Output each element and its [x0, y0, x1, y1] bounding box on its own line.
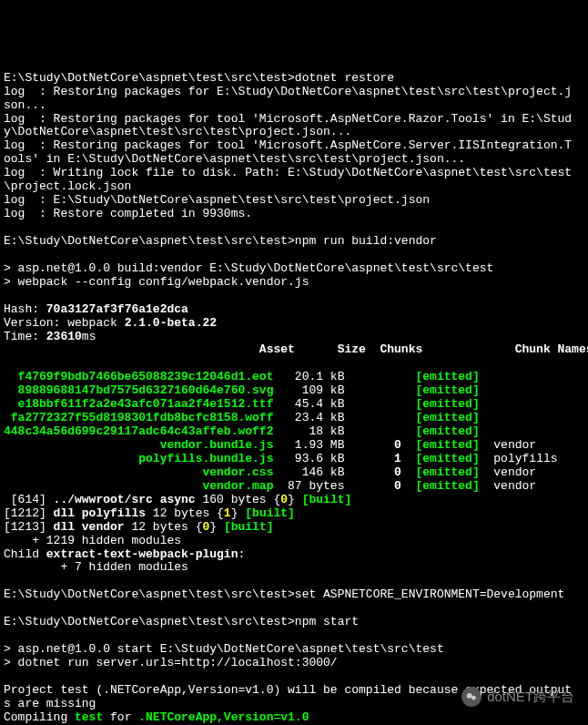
- terminal-segment: \project.lock.json: [4, 179, 131, 193]
- terminal-segment: fa2772327f55d8198301fdb8bcfc8158.woff: [4, 411, 273, 424]
- terminal-segment: :: [238, 547, 245, 561]
- terminal-line: + 1219 hidden modules: [4, 535, 584, 548]
- terminal-segment: [emitted]: [415, 397, 479, 411]
- terminal-segment: vendor: [480, 479, 536, 493]
- terminal-segment: Time:: [4, 330, 46, 343]
- terminal-segment: 109 kB: [273, 383, 415, 397]
- terminal-line: 448c34a56d699c29117adc64c43affeb.woff2 1…: [4, 425, 584, 439]
- terminal-line: y\DotNetCore\aspnet\test\src\test\projec…: [4, 126, 584, 139]
- terminal-segment: 146 kB: [273, 465, 394, 479]
- terminal-segment: e18bbf611f2a2e43afc071aa2f4e1512.ttf: [4, 397, 273, 411]
- terminal-segment: E:\Study\DotNetCore\aspnet\test\src\test…: [4, 615, 359, 628]
- terminal-segment: }: [209, 520, 224, 534]
- terminal-line: son...: [4, 99, 584, 113]
- terminal-segment: > dotnet run server.urls=http://localhos…: [4, 656, 338, 669]
- terminal-line: [4, 670, 584, 684]
- terminal-segment: > webpack --config config/webpack.vendor…: [4, 275, 309, 289]
- terminal-line: Time: 23610ms: [4, 331, 584, 344]
- terminal-line: [4, 290, 584, 303]
- terminal-line: Asset Size Chunks Chunk Names: [4, 343, 584, 357]
- terminal-segment: log : Writing lock file to disk. Path: E…: [4, 166, 572, 179]
- terminal-segment: f4769f9bdb7466be65088239c12046d1.eot: [4, 370, 273, 383]
- terminal-segment: 1: [224, 506, 231, 520]
- terminal-segment: s are missing: [4, 697, 96, 710]
- terminal-segment: }: [288, 493, 302, 506]
- terminal-segment: Version: webpack: [4, 316, 125, 330]
- terminal-segment: 2.1.0-beta.22: [125, 316, 217, 330]
- terminal-segment: [built]: [245, 506, 295, 520]
- terminal-segment: + 7 hidden modules: [4, 560, 188, 574]
- terminal-line: E:\Study\DotNetCore\aspnet\test\src\test…: [4, 72, 584, 86]
- terminal-line: log : Restore completed in 9930ms.: [4, 208, 584, 221]
- terminal-segment: 160 bytes {: [196, 493, 281, 506]
- terminal-segment: ../wwwroot/src async: [54, 493, 196, 506]
- terminal-segment: 70a3127af3f76a1e2dca: [46, 302, 188, 316]
- terminal-segment: test: [75, 710, 103, 724]
- terminal-segment: 45.4 kB: [273, 397, 415, 411]
- terminal-segment: [emitted]: [416, 452, 480, 465]
- terminal-segment: ools' in E:\Study\DotNetCore\aspnet\test…: [4, 152, 465, 166]
- terminal-segment: Compiling: [4, 710, 75, 724]
- terminal-segment: [emitted]: [416, 465, 480, 479]
- terminal-segment: [401, 465, 416, 479]
- terminal-segment: [emitted]: [415, 411, 479, 424]
- terminal-segment: > asp.net@1.0.0 build:vendor E:\Study\Do…: [4, 261, 493, 275]
- terminal-segment: polyfills: [480, 452, 558, 465]
- terminal-segment: [built]: [224, 520, 274, 534]
- terminal-segment: 0: [394, 479, 401, 493]
- terminal-segment: [emitted]: [416, 438, 480, 452]
- terminal-line: [4, 357, 584, 371]
- terminal-segment: [614]: [4, 493, 54, 506]
- terminal-segment: + 1219 hidden modules: [4, 534, 181, 547]
- terminal-segment: log : Restore completed in 9930ms.: [4, 207, 252, 220]
- terminal-line: [4, 58, 584, 72]
- terminal-segment: son...: [4, 98, 46, 112]
- terminal-segment: log : Restoring packages for tool 'Micro…: [4, 112, 572, 126]
- terminal-segment: [emitted]: [415, 370, 479, 383]
- terminal-segment: 18 kB: [273, 424, 415, 438]
- terminal-line: polyfills.bundle.js 93.6 kB 1 [emitted] …: [4, 453, 584, 466]
- terminal-segment: dll vendor: [54, 520, 125, 534]
- terminal-segment: 23.4 kB: [273, 411, 415, 424]
- terminal-line: > dotnet run server.urls=http://localhos…: [4, 657, 584, 670]
- terminal-line: [4, 602, 584, 616]
- terminal-segment: log : E:\Study\DotNetCore\aspnet\test\sr…: [4, 193, 430, 207]
- terminal-segment: Child: [4, 547, 46, 561]
- terminal-segment: 0: [280, 493, 288, 506]
- terminal-segment: 448c34a56d699c29117adc64c43affeb.woff2: [4, 424, 273, 438]
- terminal-segment: 12 bytes {: [125, 520, 203, 534]
- terminal-line: [1212] dll polyfills 12 bytes {1} [built…: [4, 507, 584, 521]
- terminal-segment: E:\Study\DotNetCore\aspnet\test\src\test…: [4, 234, 437, 248]
- terminal-line: [4, 249, 584, 262]
- terminal-line: fa2772327f55d8198301fdb8bcfc8158.woff 23…: [4, 412, 584, 425]
- terminal-segment: vendor.bundle.js: [4, 438, 273, 452]
- svg-point-0: [467, 693, 472, 699]
- terminal-segment: 0: [394, 438, 401, 452]
- terminal-segment: [1212]: [4, 506, 54, 520]
- terminal-segment: for: [103, 710, 138, 724]
- terminal-line: [614] ../wwwroot/src async 160 bytes {0}…: [4, 494, 584, 507]
- terminal-line: [4, 575, 584, 588]
- terminal-segment: E:\Study\DotNetCore\aspnet\test\src\test…: [4, 587, 564, 601]
- terminal-segment: 89889688147bd7575d6327160d64e760.svg: [4, 383, 273, 397]
- terminal-segment: .NETCoreApp,Version=v1.0: [138, 710, 309, 724]
- terminal-segment: 12 bytes {: [146, 506, 224, 520]
- terminal-line: log : Restoring packages for tool 'Micro…: [4, 139, 584, 153]
- terminal-line: ools' in E:\Study\DotNetCore\aspnet\test…: [4, 153, 584, 167]
- terminal-line: > asp.net@1.0.0 start E:\Study\DotNetCor…: [4, 643, 584, 657]
- terminal-line: log : E:\Study\DotNetCore\aspnet\test\sr…: [4, 194, 584, 208]
- terminal-line: + 7 hidden modules: [4, 561, 584, 575]
- terminal-segment: log : Restoring packages for E:\Study\Do…: [4, 85, 572, 98]
- terminal-line: \project.lock.json: [4, 180, 584, 194]
- terminal-line: vendor.bundle.js 1.93 MB 0 [emitted] ven…: [4, 439, 584, 453]
- terminal-line: e18bbf611f2a2e43afc071aa2f4e1512.ttf 45.…: [4, 398, 584, 412]
- terminal-line: log : Writing lock file to disk. Path: E…: [4, 167, 584, 180]
- terminal-segment: 1.93 MB: [273, 438, 394, 452]
- terminal-line: > webpack --config config/webpack.vendor…: [4, 276, 584, 290]
- terminal-line: Child extract-text-webpack-plugin:: [4, 548, 584, 562]
- terminal-segment: [built]: [302, 493, 352, 506]
- terminal-segment: Hash:: [4, 302, 46, 316]
- terminal-line: [1213] dll vendor 12 bytes {0} [built]: [4, 521, 584, 535]
- terminal-line: log : Restoring packages for tool 'Micro…: [4, 113, 584, 127]
- terminal-line: f4769f9bdb7466be65088239c12046d1.eot 20.…: [4, 371, 584, 384]
